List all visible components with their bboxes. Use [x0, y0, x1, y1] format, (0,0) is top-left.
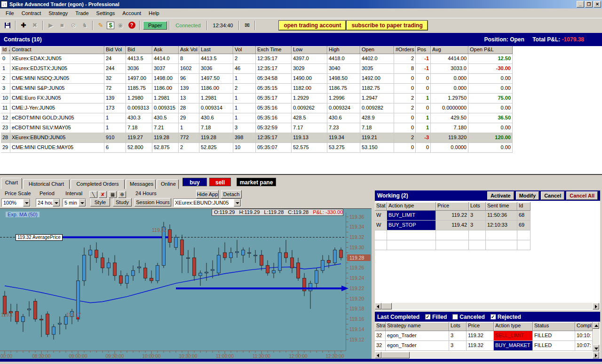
tab-messages[interactable]: Messages — [126, 179, 156, 189]
session-hours-button[interactable]: Session Hours — [135, 198, 171, 206]
scroll-right-button[interactable] — [593, 303, 599, 309]
scroll-left-button[interactable] — [375, 352, 381, 358]
delete-icon[interactable]: ✖ — [30, 21, 40, 30]
menu-contract[interactable]: Contract — [18, 9, 45, 17]
checkbox-filled[interactable]: ✓ — [425, 314, 430, 319]
add-contract-icon[interactable]: ✚ — [18, 21, 29, 30]
activate-button[interactable]: Activate — [487, 191, 514, 200]
table-row[interactable]: 3CME:MINI S&P:JUN05721185.751186.0013911… — [1, 84, 513, 94]
column-header-price[interactable]: Price — [436, 202, 469, 211]
working-h-scrollbar[interactable] — [375, 303, 599, 309]
minimize-button[interactable]: _ — [577, 1, 584, 8]
tab-completed-orders[interactable]: Completed Orders — [71, 179, 125, 189]
column-header-sent-time[interactable]: Sent time — [486, 202, 517, 211]
stop-icon[interactable]: ■ — [57, 21, 67, 30]
checkbox-canceled[interactable] — [452, 314, 458, 319]
price-scale-select[interactable]: 100% — [1, 198, 31, 207]
modify-button[interactable]: Modify — [516, 191, 539, 200]
tab-historical-chart[interactable]: Historical Chart — [23, 179, 70, 189]
buy-button[interactable]: buy — [182, 178, 207, 186]
hide-app-button[interactable]: Hide App — [196, 190, 219, 198]
restore-button[interactable]: ❐ — [585, 1, 593, 8]
table-row[interactable]: 10CME:Euro FX:JUN051391.29801.2981131.29… — [1, 94, 513, 103]
cancel-orders-icon[interactable]: ⊘ — [68, 21, 79, 30]
column-header-ask-vol[interactable]: Ask Vol — [179, 46, 199, 54]
chart-type-icon[interactable]: ▦ — [109, 191, 117, 198]
checkbox-rejected[interactable]: ✓ — [491, 314, 496, 319]
column-header-bid[interactable]: Bid — [126, 46, 152, 54]
column-header-stra[interactable]: Stra — [375, 322, 386, 331]
column-header-vol[interactable]: Vol — [233, 46, 256, 54]
help-icon[interactable]: ? — [128, 22, 135, 29]
menu-strategy[interactable]: Strategy — [45, 9, 71, 17]
completed-h-scrollbar[interactable] — [375, 352, 599, 358]
menu-file[interactable]: File — [2, 9, 18, 17]
chart-contract-select[interactable]: XEurex:EBUND:JUN05 — [173, 198, 241, 207]
messages-envelope-icon[interactable]: ✉ — [242, 21, 252, 30]
save-icon[interactable] — [2, 21, 13, 30]
open-trading-account-button[interactable]: open trading account — [279, 21, 346, 30]
help-icon-wrap[interactable]: ? — [127, 21, 137, 30]
column-header-compl[interactable]: Compl — [575, 322, 593, 331]
completed-order-row[interactable]: 32egon_Trader3119.32SELL_LIMITFILLED10:1… — [375, 331, 593, 341]
scroll-up-button[interactable] — [593, 322, 599, 329]
menu-settings[interactable]: Settings — [93, 9, 119, 17]
table-row[interactable]: 12eCBOT:MINI GOLD:JUN051430.3430.529430.… — [1, 113, 513, 123]
column-header-exch-time[interactable]: Exch Time — [256, 46, 292, 54]
column-header-low[interactable]: Low — [292, 46, 327, 54]
table-row[interactable]: 11CME:J-Yen:JUN051730.0093130.009315280.… — [1, 103, 513, 113]
column-header-pos[interactable]: Pos — [416, 46, 431, 54]
scroll-thumb[interactable] — [381, 303, 392, 309]
column-header-status[interactable]: Status — [533, 322, 575, 331]
run-icon[interactable]: ▶ — [46, 21, 56, 30]
menu-account[interactable]: Account — [119, 9, 145, 17]
column-header-action-type[interactable]: Action type — [387, 202, 436, 211]
scroll-thumb[interactable] — [381, 352, 410, 358]
scroll-right-button[interactable] — [593, 352, 599, 358]
column-header-lots[interactable]: Lots — [449, 322, 467, 331]
completed-v-scrollbar[interactable] — [593, 322, 599, 351]
delete-trendline-icon[interactable]: ✘ — [99, 191, 107, 198]
cancel-all-button[interactable]: Cancel All — [566, 191, 598, 200]
detach-button[interactable]: Detach — [221, 190, 242, 198]
table-row[interactable]: 1XEurex:EDJSTX:JUN0524430363037160230364… — [1, 64, 513, 74]
column-header-price[interactable]: Price — [467, 322, 494, 331]
column-header-high[interactable]: High — [327, 46, 360, 54]
period-select[interactable]: 24 hour — [36, 198, 60, 207]
cancel-button[interactable]: Cancel — [541, 191, 564, 200]
web-icon[interactable]: ◉ — [115, 21, 126, 30]
menu-trade[interactable]: Trade — [71, 9, 92, 17]
scroll-down-button[interactable] — [593, 345, 599, 351]
style-button[interactable]: Style — [90, 198, 110, 206]
working-order-row[interactable]: WBUY_LIMIT119.22311:50:3668 — [375, 211, 531, 221]
zoom-icon[interactable]: ⊕ — [118, 191, 126, 198]
table-row[interactable]: 28XEurex:EBUND:JUN05910119.27119.2877211… — [1, 133, 513, 143]
draw-trendline-icon[interactable]: ╲ — [89, 191, 97, 198]
column-header-bid-vol[interactable]: Bid Vol — [104, 46, 126, 54]
completed-order-row[interactable]: 32egon_Trader3119.32BUY_MARKETFILLED10:0… — [375, 341, 593, 351]
chart-pane[interactable]: 119.36119.34119.32119.30119.28119.26119.… — [0, 208, 372, 359]
price-chart[interactable]: 119.36119.34119.32119.30119.28119.26119.… — [0, 209, 372, 360]
menu-help[interactable]: Help — [145, 9, 163, 17]
market-pane-button[interactable]: market pane — [237, 178, 276, 186]
tab-chart[interactable]: Chart — [1, 178, 22, 189]
column-header-open-p-l[interactable]: Open P&L — [468, 46, 513, 54]
paper-mode-button[interactable]: Paper — [143, 21, 167, 30]
table-row[interactable]: 0XEurex:EDAX:JUN05244413.54414.084413.52… — [1, 54, 513, 64]
column-header-id[interactable]: Id — [517, 202, 531, 211]
close-button[interactable]: ✕ — [594, 1, 601, 8]
table-row[interactable]: 23eCBOT:MINI SILV:MAY0517.187.2117.18305… — [1, 123, 513, 133]
scroll-left-button[interactable] — [375, 303, 381, 309]
panic-icon[interactable]: ♞ — [79, 21, 90, 30]
tab-online[interactable]: Online — [157, 179, 179, 189]
column-header-id[interactable]: Id — [1, 46, 10, 54]
column-header-contract[interactable]: Contract — [10, 46, 104, 54]
study-button[interactable]: Study — [113, 198, 132, 206]
interval-select[interactable]: 5 min — [63, 198, 86, 207]
column-header-action-type[interactable]: Action type — [494, 322, 533, 331]
column-header-avg[interactable]: Avg — [431, 46, 468, 54]
table-row[interactable]: 29CME:MINI CRUDE:MAY05652.80052.875252.8… — [1, 143, 513, 153]
working-order-row[interactable]: WBUY_STOP119.42312:10:3369 — [375, 221, 531, 230]
sign-up-icon[interactable]: ✎ — [95, 21, 106, 30]
column-header-ask[interactable]: Ask — [152, 46, 179, 54]
